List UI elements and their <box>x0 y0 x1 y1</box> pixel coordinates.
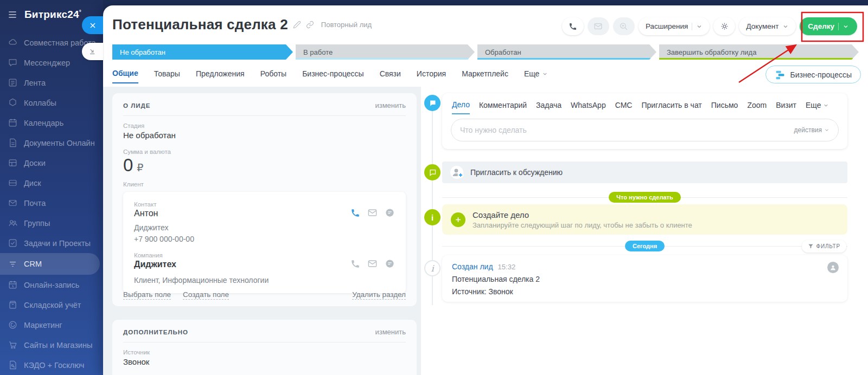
sidebar-item-collabs[interactable]: Коллабы <box>0 93 103 113</box>
sidebar-item-label: Почта <box>24 199 46 208</box>
company-chat-icon[interactable] <box>385 258 395 269</box>
tab-бизнес-процессы[interactable]: Бизнес-процессы <box>302 69 363 83</box>
sidebar-item-sites[interactable]: Сайты и Магазины <box>0 335 103 355</box>
tab-история[interactable]: История <box>417 69 446 83</box>
edit-title-icon[interactable] <box>293 21 301 29</box>
create-deal-label: Сделку <box>808 22 834 30</box>
contact-phone[interactable]: +7 900 000-00-00 <box>134 235 395 243</box>
activity-tab-whatsapp[interactable]: WhatsApp <box>571 101 606 114</box>
delete-section-link[interactable]: Удалить раздел <box>352 290 406 300</box>
activity-tab-zoom[interactable]: Zoom <box>747 101 767 114</box>
activity-tab-визит[interactable]: Визит <box>776 101 796 114</box>
sidebar-item-groups[interactable]: Группы <box>0 213 103 233</box>
todo-input[interactable]: Что нужно сделать действия <box>451 119 839 141</box>
tab-еще[interactable]: Еще <box>524 69 548 83</box>
sidebar-item-disk[interactable]: Диск <box>0 173 103 193</box>
logo-mark: ° <box>79 9 81 15</box>
activity-tab-еще[interactable]: Еще <box>806 101 829 114</box>
company-email-icon[interactable] <box>367 258 378 269</box>
sidebar-item-calendar[interactable]: Календарь <box>0 113 103 133</box>
todo-badge[interactable]: Что нужно сделать <box>609 192 680 203</box>
activity-tab-дело[interactable]: Дело <box>452 100 470 114</box>
activity-tab-пригласить-в-чат[interactable]: Пригласить в чат <box>641 101 701 114</box>
actions-dropdown[interactable]: действия <box>794 126 829 134</box>
invite-label: Пригласить к обсуждению <box>470 168 563 177</box>
activity-tab-задача[interactable]: Задача <box>536 101 561 114</box>
create-deal-button[interactable]: Сделку <box>800 17 857 35</box>
contact-name[interactable]: Антон <box>134 209 158 218</box>
client-card: Контакт Антон Диджитех +7 900 000-00-00 <box>123 192 406 293</box>
edit-section-link[interactable]: изменить <box>375 101 406 109</box>
stage-segment[interactable]: В работе <box>296 44 475 60</box>
stage-segment[interactable]: Завершить обработку лида <box>659 44 859 60</box>
contact-call-icon[interactable] <box>350 208 360 218</box>
tab-предложения[interactable]: Предложения <box>196 69 245 83</box>
tab-маркетплейс[interactable]: Маркетплейс <box>462 69 508 83</box>
activity-tab-комментарий[interactable]: Комментарий <box>479 101 527 114</box>
entry-title-link[interactable]: Создан лид <box>452 262 493 271</box>
tab-товары[interactable]: Товары <box>154 69 180 83</box>
tab-label: Роботы <box>260 69 286 78</box>
tab-label: Комментарий <box>479 101 527 109</box>
business-processes-button[interactable]: Бизнес-процессы <box>765 66 861 83</box>
chevron-down-icon <box>824 127 829 133</box>
call-button[interactable] <box>562 17 584 35</box>
sidebar-item-label: КЭДО + Госключ <box>24 361 84 370</box>
tab-label: WhatsApp <box>571 101 606 109</box>
contact-chat-icon[interactable] <box>385 208 395 218</box>
contact-label: Контакт <box>134 201 158 208</box>
avatar[interactable] <box>827 262 839 273</box>
stage-field-value[interactable]: Не обработан <box>123 131 406 140</box>
minimize-slider-button[interactable] <box>82 43 103 60</box>
sidebar-item-feed[interactable]: Лента <box>0 73 103 93</box>
close-slider-button[interactable] <box>82 16 103 34</box>
settings-button[interactable] <box>713 17 735 35</box>
copy-link-icon[interactable] <box>306 21 314 29</box>
today-badge-row: Сегодня <box>442 241 847 251</box>
stage-segment[interactable]: Не обработан <box>112 44 293 60</box>
select-field-link[interactable]: Выбрать поле <box>123 290 171 300</box>
business-processes-label: Бизнес-процессы <box>790 70 852 79</box>
chevron-down-icon <box>823 102 829 108</box>
tab-label: Дело <box>452 100 470 109</box>
invite-to-discussion[interactable]: Пригласить к обсуждению <box>442 161 847 183</box>
sidebar-item-label: Складской учёт <box>24 301 81 309</box>
sidebar-item-crm[interactable]: CRM <box>0 253 100 275</box>
company-name[interactable]: Диджитех <box>134 260 176 269</box>
sidebar-item-kedo[interactable]: КЭДО + Госключ <box>0 355 103 375</box>
edit-section-link[interactable]: изменить <box>375 328 406 336</box>
sidebar-item-marketing[interactable]: Маркетинг <box>0 315 103 335</box>
sidebar-item-mail[interactable]: Почта <box>0 193 103 213</box>
timeline-entry-card: Создан лид 15:32 Потенциальная сделка 2 … <box>442 255 847 302</box>
sidebar-item-label: CRM <box>24 260 42 268</box>
create-field-link[interactable]: Создать поле <box>183 290 229 300</box>
stage-label: В работе <box>303 48 333 56</box>
add-activity-button[interactable] <box>451 212 465 227</box>
sidebar-item-booking[interactable]: Онлайн-запись <box>0 275 103 295</box>
tab-общие[interactable]: Общие <box>112 69 138 83</box>
sidebar-item-boards[interactable]: Доски <box>0 153 103 173</box>
sum-value[interactable]: 0 <box>123 155 133 176</box>
lead-detail-slider: Потенциальная сделка 2 Повторный лид Рас… <box>103 5 868 375</box>
sidebar-item-warehouse[interactable]: Складской учёт <box>0 295 103 315</box>
tab-связи[interactable]: Связи <box>380 69 401 83</box>
create-activity-title[interactable]: Создайте дело <box>473 210 692 219</box>
tab-роботы[interactable]: Роботы <box>260 69 286 83</box>
activity-tab-смс[interactable]: СМС <box>615 101 633 114</box>
hamburger-menu-icon[interactable] <box>7 9 18 20</box>
sidebar-item-documents[interactable]: Документы Онлайн <box>0 133 103 153</box>
today-badge: Сегодня <box>625 241 665 251</box>
stage-segment[interactable]: Обработан <box>477 44 656 60</box>
extensions-dropdown[interactable]: Расширения <box>639 17 710 35</box>
document-dropdown[interactable]: Документ <box>739 17 796 35</box>
sidebar-item-tasks[interactable]: Задачи и Проекты <box>0 233 103 253</box>
activity-tab-письмо[interactable]: Письмо <box>711 101 738 114</box>
tab-label: Предложения <box>196 69 245 78</box>
filter-button[interactable]: ФИЛЬТР <box>802 240 847 253</box>
stage-label: Не обработан <box>120 48 165 56</box>
divider <box>838 23 839 30</box>
company-call-icon[interactable] <box>350 258 360 269</box>
contact-email-icon[interactable] <box>367 208 378 218</box>
bitrix24-logo[interactable]: Битрикс24° <box>24 9 81 21</box>
source-field-value[interactable]: Звонок <box>123 357 406 366</box>
